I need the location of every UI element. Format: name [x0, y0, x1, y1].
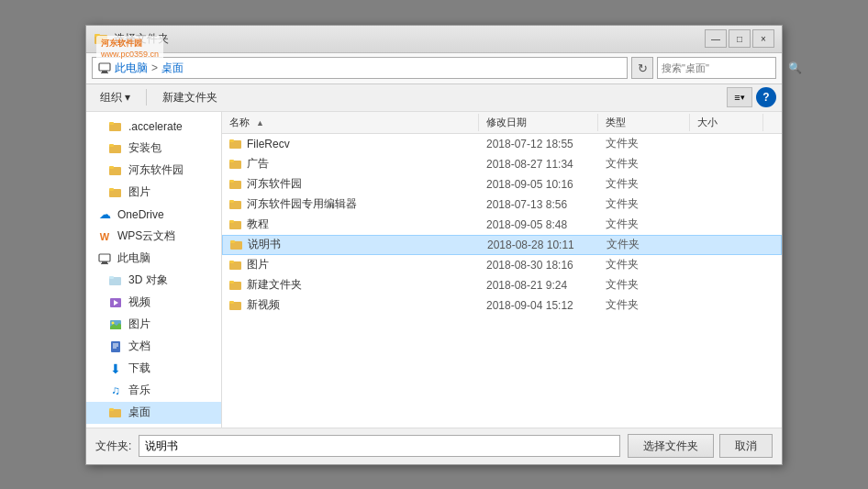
search-input[interactable] [662, 62, 788, 73]
file-type: 文件夹 [598, 257, 690, 272]
sidebar-item-wps[interactable]: WWPS云文档 [86, 226, 221, 248]
title-buttons: — □ × [705, 29, 774, 48]
folder-icon [108, 163, 123, 178]
sidebar-item-onedrive[interactable]: ☁OneDrive [86, 204, 221, 226]
toolbar: 组织 ▾ 新建文件夹 ≡ ▾ ? [86, 84, 782, 112]
file-select-dialog: 选择文件夹 — □ × 此电脑 > 桌面 ↻ [85, 25, 783, 465]
col-name-label: 名称 [229, 117, 250, 128]
sidebar-label-video: 视频 [128, 295, 150, 310]
select-folder-button[interactable]: 选择文件夹 [628, 434, 714, 458]
close-button[interactable]: × [752, 29, 774, 48]
svg-rect-29 [229, 139, 234, 142]
file-type: 文件夹 [598, 297, 690, 313]
sidebar-label-install: 安装包 [128, 140, 161, 156]
file-name: 河东软件园 [222, 176, 479, 192]
sidebar-label-music: 音乐 [128, 383, 150, 398]
col-size-label: 大小 [697, 117, 718, 128]
file-type: 文件夹 [598, 217, 690, 232]
pics-icon [108, 317, 123, 332]
table-row[interactable]: FileRecv 2018-07-12 18:55 文件夹 [222, 134, 782, 154]
table-row[interactable]: 图片 2018-08-30 18:16 文件夹 [222, 255, 782, 275]
svg-rect-33 [229, 180, 234, 183]
help-button[interactable]: ? [756, 87, 776, 107]
address-bar: 此电脑 > 桌面 ↻ 🔍 [86, 53, 782, 84]
file-type: 文件夹 [598, 277, 690, 293]
svg-rect-15 [101, 263, 108, 264]
file-name: 教程 [222, 217, 479, 232]
minimize-button[interactable]: — [705, 29, 727, 48]
svg-rect-10 [109, 166, 114, 169]
content-area: 名称 ▲ 修改日期 类型 大小 [222, 112, 782, 428]
sidebar-item-accelerate[interactable]: .accelerate [86, 116, 221, 138]
svg-rect-27 [109, 408, 114, 411]
table-row[interactable]: 新视频 2018-09-04 15:12 文件夹 [222, 295, 782, 316]
bottom-buttons: 选择文件夹 取消 [628, 434, 773, 458]
svg-rect-39 [230, 240, 235, 243]
col-header-date[interactable]: 修改日期 [479, 114, 598, 131]
sidebar-item-video[interactable]: 视频 [86, 292, 221, 314]
address-path[interactable]: 此电脑 > 桌面 [92, 57, 628, 79]
file-name: 河东软件园专用编辑器 [222, 196, 479, 212]
col-header-size[interactable]: 大小 [690, 114, 763, 131]
toolbar-separator [146, 89, 147, 106]
sidebar-label-wps: WPS云文档 [117, 228, 175, 244]
path-sep1: > [151, 61, 158, 74]
docs-icon [108, 339, 123, 354]
search-icon[interactable]: 🔍 [788, 61, 802, 74]
file-date: 2018-08-30 18:16 [479, 259, 598, 272]
sidebar-item-docs[interactable]: 文档 [86, 336, 221, 358]
pc-icon [97, 251, 112, 266]
video-icon [108, 295, 123, 310]
svg-rect-6 [109, 122, 114, 125]
svg-rect-2 [99, 63, 110, 71]
dialog-wrapper: 河东软件园 www.pc0359.cn 选择文件夹 — □ × [85, 25, 783, 465]
refresh-button[interactable]: ↻ [631, 57, 653, 79]
file-name: 新视频 [222, 297, 479, 313]
music-icon: ♫ [108, 383, 123, 398]
file-date: 2018-07-13 8:56 [479, 198, 598, 211]
file-type: 文件夹 [598, 136, 690, 151]
sidebar-label-3d: 3D 对象 [128, 272, 168, 288]
file-name: 说明书 [223, 237, 480, 252]
folder-label: 文件夹: [95, 439, 131, 454]
view-button[interactable]: ≡ ▾ [727, 87, 752, 107]
svg-rect-13 [99, 254, 110, 261]
sidebar-item-pics[interactable]: 图片 [86, 314, 221, 336]
table-row[interactable]: 河东软件园专用编辑器 2018-07-13 8:56 文件夹 [222, 194, 782, 215]
sidebar-item-download[interactable]: ⬇下载 [86, 358, 221, 380]
svg-rect-31 [229, 160, 234, 162]
toolbar-right: ≡ ▾ ? [727, 87, 776, 107]
col-header-type[interactable]: 类型 [598, 114, 690, 131]
svg-rect-41 [229, 261, 234, 263]
sidebar-label-onedrive: OneDrive [117, 208, 164, 221]
organize-button[interactable]: 组织 ▾ [92, 87, 139, 108]
sidebar-item-install[interactable]: 安装包 [86, 138, 221, 160]
sidebar-item-thispc[interactable]: 此电脑 [86, 248, 221, 270]
sidebar-label-hedong: 河东软件园 [128, 162, 184, 178]
svg-rect-12 [109, 188, 114, 191]
sidebar-item-music[interactable]: ♫音乐 [86, 380, 221, 402]
table-row[interactable]: 河东软件园 2018-09-05 10:16 文件夹 [222, 174, 782, 194]
folder-input[interactable] [139, 435, 620, 457]
sidebar-label-download: 下载 [128, 361, 150, 376]
path-desktop[interactable]: 桌面 [161, 61, 184, 76]
file-type: 文件夹 [598, 176, 690, 192]
sidebar-item-desktop[interactable]: 桌面 [86, 402, 221, 424]
watermark-line2: www.pc0359.cn [101, 50, 159, 59]
pc-small-icon [98, 61, 111, 74]
new-folder-button[interactable]: 新建文件夹 [154, 87, 226, 108]
path-thispc[interactable]: 此电脑 [115, 61, 148, 76]
table-row[interactable]: 广告 2018-08-27 11:34 文件夹 [222, 154, 782, 174]
cancel-button[interactable]: 取消 [719, 434, 773, 458]
table-row[interactable]: 新建文件夹 2018-08-21 9:24 文件夹 [222, 275, 782, 295]
file-name: 广告 [222, 156, 479, 172]
col-header-name[interactable]: 名称 ▲ [222, 114, 479, 131]
sidebar-item-3d[interactable]: 3D 对象 [86, 270, 221, 292]
search-box[interactable]: 🔍 [657, 57, 776, 79]
table-row[interactable]: 教程 2018-09-05 8:48 文件夹 [222, 215, 782, 235]
table-row[interactable]: 说明书 2018-08-28 10:11 文件夹 [222, 235, 782, 255]
sidebar-item-hedong[interactable]: 河东软件园 [86, 160, 221, 182]
sidebar-item-pictures[interactable]: 图片 [86, 182, 221, 204]
wps-icon: W [97, 229, 112, 244]
maximize-button[interactable]: □ [729, 29, 751, 48]
